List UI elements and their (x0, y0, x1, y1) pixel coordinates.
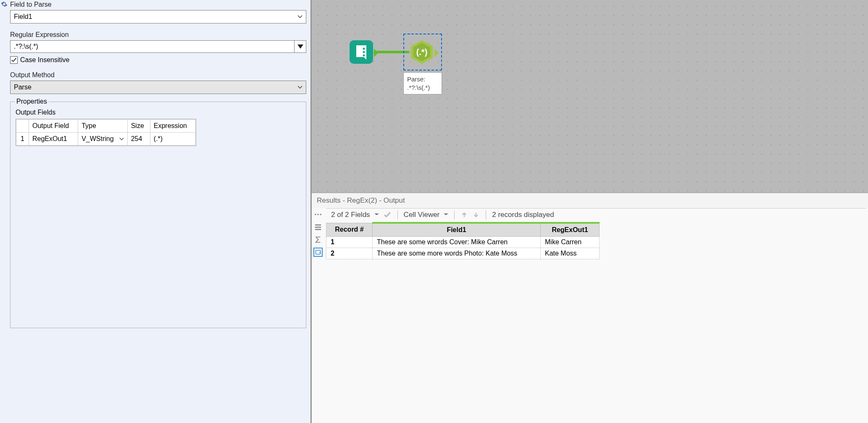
separator (397, 210, 398, 219)
field-to-parse-label: Field to Parse (10, 1, 306, 8)
results-toolbar: 2 of 2 Fields Cell Viewer 2 records disp… (326, 208, 866, 221)
chevron-down-icon (297, 14, 302, 19)
chevron-down-icon[interactable] (444, 213, 448, 217)
table-row[interactable]: 1 These are some wrords Cover: Mike Carr… (326, 237, 600, 248)
svg-point-8 (317, 214, 319, 215)
field-to-parse-value: Field1 (14, 13, 32, 21)
config-panel: Field to Parse Field1 Regular Expression… (0, 0, 311, 423)
chevron-down-icon (119, 137, 124, 141)
svg-point-3 (363, 55, 365, 57)
output-fields-label: Output Fields (16, 109, 301, 116)
output-field-row[interactable]: 1 RegExOut1 V_WString 254 (.*) (16, 133, 196, 146)
output-anchor-icon (434, 49, 439, 57)
sigma-icon[interactable] (313, 235, 323, 244)
regex-input[interactable] (10, 40, 295, 53)
results-title: Results - RegEx(2) - Output (312, 193, 868, 208)
node-tooltip: Parse: .*?:\s(.*) (403, 72, 442, 94)
type-header[interactable]: Type (78, 120, 128, 133)
right-panel: (.*) Parse: .*?:\s(.*) Results - RegEx(2… (311, 0, 868, 423)
gear-icon (1, 1, 8, 8)
regexout-cell: Kate Moss (541, 248, 600, 259)
arrow-up-icon[interactable] (460, 211, 468, 219)
record-number: 2 (326, 248, 373, 259)
case-insensitive-label: Case Insensitive (20, 56, 69, 64)
separator (454, 210, 455, 219)
field1-header[interactable]: Field1 (373, 223, 541, 237)
record-number: 1 (326, 237, 373, 248)
output-field-size[interactable]: 254 (127, 133, 150, 146)
results-sidebar (312, 208, 324, 423)
expression-header[interactable]: Expression (150, 120, 195, 133)
regex-dropdown-button[interactable] (295, 40, 306, 53)
cell-viewer-label[interactable]: Cell Viewer (404, 211, 440, 219)
regex-label: Regular Expression (10, 31, 306, 39)
output-field-header[interactable]: Output Field (29, 120, 78, 133)
size-header[interactable]: Size (127, 120, 150, 133)
field-to-parse-select[interactable]: Field1 (10, 10, 306, 24)
regexout-cell: Mike Carren (541, 237, 600, 248)
svg-text:(.*): (.*) (416, 47, 428, 57)
case-insensitive-checkbox[interactable] (10, 56, 18, 64)
row-number: 1 (16, 133, 29, 146)
regexout-header[interactable]: RegExOut1 (541, 223, 600, 237)
row-num-header (16, 120, 29, 133)
output-field-type-cell[interactable]: V_WString (78, 133, 128, 146)
svg-rect-10 (315, 225, 321, 226)
fields-count[interactable]: 2 of 2 Fields (331, 211, 370, 219)
record-header[interactable]: Record # (326, 223, 373, 237)
tooltip-line1: Parse: (407, 75, 438, 84)
results-panel: Results - RegEx(2) - Output 2 of 2 Fi (312, 193, 868, 423)
chevron-down-icon[interactable] (374, 213, 379, 217)
output-method-value: Parse (14, 84, 32, 91)
checkmark-icon[interactable] (383, 211, 392, 219)
dots-icon[interactable] (313, 210, 323, 219)
triangle-down-icon (297, 44, 303, 49)
svg-rect-11 (315, 227, 321, 228)
data-view-icon[interactable] (313, 248, 323, 257)
separator (486, 210, 486, 219)
output-fields-table: Output Field Type Size Expression 1 RegE… (16, 119, 196, 146)
node-connector[interactable] (374, 51, 409, 53)
field1-cell: These are some more words Photo: Kate Mo… (373, 248, 541, 259)
svg-point-7 (315, 214, 316, 215)
tooltip-line2: .*?:\s(.*) (407, 84, 438, 92)
output-method-select[interactable]: Parse (10, 81, 306, 94)
table-row[interactable]: 2 These are some more words Photo: Kate … (326, 248, 600, 259)
input-data-node[interactable] (349, 39, 374, 65)
svg-point-2 (363, 51, 365, 53)
properties-legend: Properties (15, 98, 49, 105)
output-field-type: V_WString (82, 135, 113, 143)
output-field-name[interactable]: RegExOut1 (29, 133, 78, 146)
list-view-icon[interactable] (313, 222, 323, 232)
svg-point-9 (320, 214, 322, 215)
arrow-down-icon[interactable] (472, 211, 480, 219)
svg-point-1 (363, 48, 365, 50)
results-table: Record # Field1 RegExOut1 1 These are so… (326, 222, 600, 259)
output-method-label: Output Method (10, 71, 306, 79)
output-field-expression[interactable]: (.*) (150, 133, 195, 146)
records-displayed: 2 records displayed (492, 211, 554, 219)
field1-cell: These are some wrords Cover: Mike Carren (373, 237, 541, 248)
workflow-canvas[interactable]: (.*) Parse: .*?:\s(.*) (312, 0, 868, 193)
regex-tool-node[interactable]: (.*) (409, 39, 434, 65)
svg-rect-12 (315, 229, 321, 230)
properties-fieldset: Properties Output Fields Output Field Ty… (10, 102, 306, 328)
chevron-down-icon (297, 85, 302, 90)
